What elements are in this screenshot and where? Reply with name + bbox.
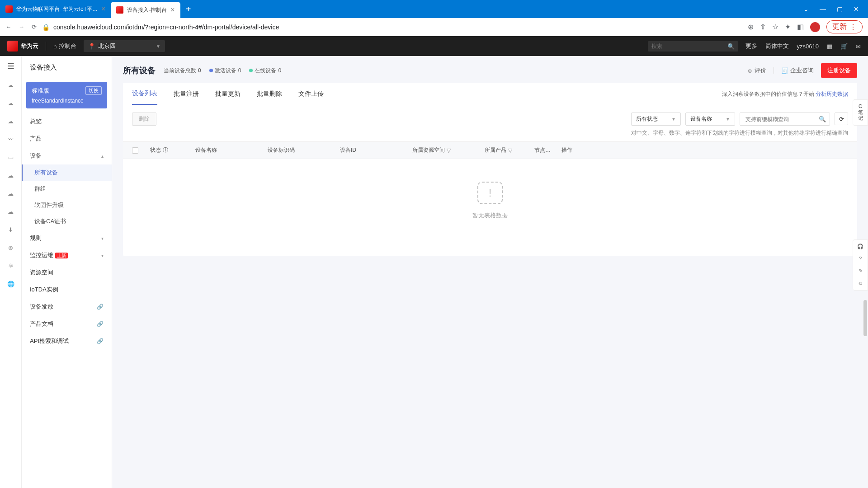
extensions-icon[interactable]: ✦: [785, 23, 791, 31]
console-link[interactable]: ⌂ 控制台: [53, 42, 76, 50]
globe-icon[interactable]: 🌐: [6, 279, 15, 288]
huawei-favicon: [5, 5, 13, 13]
download-icon[interactable]: ⬇: [6, 225, 15, 234]
nav-monitor[interactable]: 监控运维上新 ▾: [22, 247, 112, 264]
close-icon[interactable]: ×: [170, 6, 175, 14]
window-controls: ⌄ — ▢ ✕: [803, 5, 868, 13]
register-device-button[interactable]: 注册设备: [821, 63, 857, 78]
back-icon[interactable]: ←: [5, 23, 11, 30]
filter-icon[interactable]: ▽: [447, 147, 451, 154]
new-badge: 上新: [55, 253, 68, 258]
user-name[interactable]: yzs0610: [797, 43, 819, 50]
float-panel-2: 🎧 ? ✎ ☺: [853, 239, 868, 291]
scrollbar[interactable]: [863, 300, 867, 336]
support-icon[interactable]: 🎧: [857, 244, 863, 249]
tab-batch-update[interactable]: 批量更新: [215, 84, 241, 104]
stat-online: 在线设备 0: [249, 67, 281, 75]
status-filter[interactable]: 所有状态▼: [631, 113, 681, 126]
cloud-icon[interactable]: ☁: [6, 189, 15, 198]
maximize-icon[interactable]: ▢: [837, 5, 843, 13]
switch-instance-button[interactable]: 切换: [85, 86, 102, 95]
nav-rules[interactable]: 规则 ▾: [22, 230, 112, 247]
chevron-down-icon[interactable]: ⌄: [803, 5, 809, 13]
nav-resource-space[interactable]: 资源空间: [22, 264, 112, 281]
ip-icon[interactable]: ⊚: [6, 243, 15, 252]
nav-provision[interactable]: 设备发放 🔗: [22, 298, 112, 315]
tab-batch-register[interactable]: 批量注册: [174, 84, 199, 104]
browser-tab-active[interactable]: 设备接入-控制台 ×: [111, 2, 180, 18]
cloud-icon[interactable]: ☁: [6, 207, 15, 216]
chevron-down-icon: ▼: [726, 117, 730, 122]
language-selector[interactable]: 简体中文: [765, 42, 789, 50]
nav-overview[interactable]: 总览: [22, 113, 112, 130]
instance-type: 标准版: [32, 87, 49, 95]
share-icon[interactable]: ⇪: [760, 23, 766, 31]
menu-icon[interactable]: ☰: [7, 61, 14, 71]
analyze-history-link[interactable]: 分析历史数据: [816, 91, 848, 97]
refresh-icon: ⟳: [839, 116, 844, 122]
nav-group[interactable]: 群组: [22, 181, 112, 197]
feedback-icon[interactable]: ✎: [859, 268, 863, 274]
nav-all-devices[interactable]: 所有设备: [22, 164, 112, 181]
col-code: 设备标识码: [268, 146, 340, 154]
cloud-icon[interactable]: ☁: [6, 80, 15, 89]
mail-icon[interactable]: ✉: [856, 43, 861, 50]
more-link[interactable]: 更多: [745, 42, 757, 50]
header-search-input[interactable]: [651, 43, 727, 49]
huawei-logo[interactable]: 华为云: [7, 41, 38, 52]
rate-link[interactable]: ☺评价: [747, 66, 766, 75]
search-input[interactable]: [744, 114, 819, 125]
help-icon[interactable]: ?: [859, 256, 862, 262]
sidebar-title: 设备接入: [22, 56, 112, 79]
device-card: 设备列表 批量注册 批量更新 批量删除 文件上传 深入洞察设备数据中的价值信息？…: [123, 83, 857, 256]
sidepanel-icon[interactable]: ◧: [797, 23, 804, 31]
tab-batch-delete[interactable]: 批量删除: [257, 84, 282, 104]
close-icon[interactable]: ×: [101, 5, 105, 13]
lock-icon: 🔒: [42, 23, 50, 31]
select-all-checkbox[interactable]: [132, 147, 138, 154]
page-title: 所有设备: [123, 65, 156, 76]
profile-avatar[interactable]: [810, 22, 820, 32]
cart-icon[interactable]: 🛒: [840, 43, 848, 50]
region-selector[interactable]: 📍 北京四 ▼: [84, 40, 165, 52]
update-button[interactable]: 更新⋮: [826, 20, 863, 33]
toolbar: 删除 所有状态▼ 设备名称▼ 🔍 ⟳: [123, 105, 857, 129]
search-icon[interactable]: 🔍: [727, 43, 735, 50]
reload-icon[interactable]: ⟳: [32, 23, 37, 30]
notes-button[interactable]: C 笔 记: [858, 103, 863, 122]
nodes-icon[interactable]: ⚛: [6, 261, 15, 270]
nav-product[interactable]: 产品: [22, 130, 112, 147]
field-filter[interactable]: 设备名称▼: [685, 113, 735, 126]
help-icon[interactable]: ⓘ: [163, 146, 168, 154]
header-search[interactable]: 🔍: [648, 41, 738, 52]
cloud-icon[interactable]: ☁: [6, 171, 15, 180]
search-box[interactable]: 🔍: [740, 113, 830, 126]
nav-docs[interactable]: 产品文档 🔗: [22, 315, 112, 333]
enterprise-link[interactable]: 🧾企业咨询: [781, 66, 814, 75]
device-icon[interactable]: ▭: [6, 153, 15, 162]
monitor-icon[interactable]: 〰: [6, 135, 15, 144]
cloud-icon[interactable]: ☁: [6, 117, 15, 126]
tab-device-list[interactable]: 设备列表: [132, 83, 157, 105]
bookmark-icon[interactable]: ☆: [772, 23, 778, 31]
chevron-down-icon: ▾: [101, 236, 104, 241]
smile-icon[interactable]: ☺: [858, 281, 863, 286]
browser-tab-inactive[interactable]: 华为云物联网平台_华为云IoT平… ×: [0, 1, 111, 17]
nav-firmware[interactable]: 软固件升级: [22, 197, 112, 213]
cloud-icon[interactable]: ☁: [6, 99, 15, 108]
search-icon[interactable]: 🔍: [819, 116, 826, 122]
refresh-button[interactable]: ⟳: [835, 113, 848, 125]
url-field[interactable]: 🔒 console.huaweicloud.com/iotdm/?region=…: [42, 23, 742, 31]
close-window-icon[interactable]: ✕: [854, 5, 859, 13]
tab-file-upload[interactable]: 文件上传: [298, 84, 324, 104]
chevron-down-icon: ▼: [671, 117, 676, 122]
nav-iotda[interactable]: IoTDA实例: [22, 281, 112, 298]
nav-api[interactable]: API检索和调试 🔗: [22, 333, 112, 350]
filter-icon[interactable]: ▽: [508, 147, 512, 154]
resource-icon[interactable]: ▦: [827, 43, 832, 50]
nav-device[interactable]: 设备 ▴: [22, 147, 112, 164]
new-tab-button[interactable]: +: [180, 4, 197, 14]
minimize-icon[interactable]: —: [820, 5, 826, 13]
zoom-icon[interactable]: ⊕: [748, 23, 754, 31]
nav-ca-cert[interactable]: 设备CA证书: [22, 213, 112, 230]
